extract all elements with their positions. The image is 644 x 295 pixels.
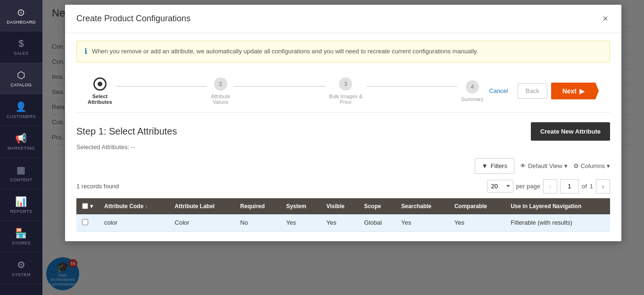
row-attr-code: color bbox=[99, 214, 169, 232]
create-new-attribute-button[interactable]: Create New Attribute bbox=[531, 122, 610, 141]
row-layered-nav: Filterable (with results) bbox=[505, 214, 610, 232]
dashboard-icon: ⊙ bbox=[17, 7, 25, 18]
sidebar-item-sales[interactable]: $ SALES bbox=[0, 32, 42, 63]
sidebar: ⊙ DASHBOARD $ SALES ⬡ CATALOG 👤 CUSTOMER… bbox=[0, 0, 42, 295]
table-header-required: Required bbox=[235, 198, 281, 214]
wizard: SelectAttributes 2 AttributeValues 3 Bul bbox=[76, 70, 610, 113]
sidebar-label-system: SYSTEM bbox=[12, 272, 31, 277]
modal-body: ℹ When you remove or add an attribute, w… bbox=[65, 33, 621, 241]
columns-label: Columns bbox=[581, 162, 605, 169]
columns-chevron-icon: ▾ bbox=[607, 162, 610, 169]
modal-title: Create Product Configurations bbox=[76, 14, 190, 24]
filters-button[interactable]: ▼ Filters bbox=[475, 158, 514, 174]
sales-icon: $ bbox=[18, 38, 24, 49]
page-total: 1 bbox=[590, 183, 593, 190]
step-circle-2: 2 bbox=[214, 77, 227, 91]
system-icon: ⚙ bbox=[17, 259, 26, 270]
step-connector-3 bbox=[366, 86, 457, 87]
row-required: No bbox=[235, 214, 281, 232]
columns-gear-icon: ⚙ bbox=[573, 162, 579, 169]
sidebar-item-content[interactable]: ▦ CONTENT bbox=[0, 158, 42, 189]
modal-close-button[interactable]: × bbox=[601, 13, 610, 24]
row-scope: Global bbox=[358, 214, 396, 232]
sidebar-label-sales: SALES bbox=[14, 51, 29, 56]
info-icon: ℹ bbox=[84, 47, 87, 56]
table-header-visible: Visible bbox=[321, 198, 358, 214]
catalog-icon: ⬡ bbox=[17, 69, 25, 81]
info-banner: ℹ When you remove or add an attribute, w… bbox=[76, 41, 610, 62]
eye-icon: 👁 bbox=[520, 162, 526, 169]
step-label-1: SelectAttributes bbox=[88, 93, 112, 105]
row-attr-label: Color bbox=[169, 214, 235, 232]
stores-icon: 🏪 bbox=[15, 228, 27, 239]
per-page-select[interactable]: 20 50 100 bbox=[487, 180, 513, 193]
table-header-layered-nav: Use in Layered Navigation bbox=[505, 198, 610, 214]
row-comparable: Yes bbox=[449, 214, 505, 232]
page-input[interactable] bbox=[560, 179, 579, 194]
sidebar-label-reports: REPORTS bbox=[10, 209, 33, 214]
sidebar-label-marketing: MARKETING bbox=[8, 146, 35, 151]
modal-header: Create Product Configurations × bbox=[65, 5, 621, 33]
next-label: Next bbox=[562, 87, 577, 95]
view-label: Default View bbox=[528, 162, 562, 169]
wizard-step-4: 4 Summary bbox=[461, 80, 483, 102]
wizard-step-3: 3 Bulk Images &Price bbox=[329, 77, 363, 105]
filter-icon: ▼ bbox=[482, 162, 488, 169]
table-header-system: System bbox=[281, 198, 321, 214]
sidebar-label-dashboard: DASHBOARD bbox=[7, 20, 36, 25]
table-header-attr-code: Attribute Code ↓ bbox=[99, 198, 169, 214]
sort-icon[interactable]: ↓ bbox=[145, 203, 148, 209]
row-system: Yes bbox=[281, 214, 321, 232]
sidebar-item-reports[interactable]: 📊 REPORTS bbox=[0, 189, 42, 221]
marketing-icon: 📢 bbox=[15, 133, 27, 144]
records-count: 1 records found bbox=[76, 183, 119, 190]
step-label-4: Summary bbox=[461, 96, 483, 102]
step-circle-1 bbox=[93, 77, 107, 91]
step-connector-1 bbox=[116, 86, 207, 87]
main-content: New Product Con... for... Con... Ima... … bbox=[42, 0, 644, 295]
checkbox-dropdown-icon[interactable]: ▾ bbox=[90, 203, 93, 210]
row-visible: Yes bbox=[321, 214, 358, 232]
sidebar-label-stores: STORES bbox=[12, 241, 31, 245]
wizard-actions: Cancel Back Next ▶ bbox=[483, 83, 599, 100]
customers-icon: 👤 bbox=[15, 101, 27, 112]
sidebar-item-stores[interactable]: 🏪 STORES bbox=[0, 221, 42, 253]
filters-label: Filters bbox=[491, 162, 507, 169]
sidebar-label-customers: CUSTOMERS bbox=[7, 114, 36, 119]
sidebar-label-catalog: CATALOG bbox=[10, 83, 32, 87]
modal: Create Product Configurations × ℹ When y… bbox=[65, 5, 621, 241]
wizard-step-2: 2 AttributeValues bbox=[211, 77, 230, 105]
step-title: Step 1: Select Attributes bbox=[76, 126, 177, 137]
select-all-checkbox[interactable] bbox=[82, 203, 88, 209]
table-header-attr-label: Attribute Label bbox=[169, 198, 235, 214]
row-checkbox[interactable] bbox=[82, 219, 88, 225]
default-view-button[interactable]: 👁 Default View ▾ bbox=[520, 162, 568, 169]
row-checkbox-cell bbox=[76, 214, 99, 232]
back-button[interactable]: Back bbox=[518, 83, 547, 99]
columns-button[interactable]: ⚙ Columns ▾ bbox=[573, 162, 610, 169]
cancel-button[interactable]: Cancel bbox=[483, 84, 513, 98]
sidebar-item-dashboard[interactable]: ⊙ DASHBOARD bbox=[0, 0, 42, 32]
page-next-button[interactable]: › bbox=[596, 179, 610, 194]
pagination-controls: 20 50 100 per page ‹ of 1 › bbox=[487, 179, 610, 194]
step-header: Step 1: Select Attributes Create New Att… bbox=[76, 122, 610, 141]
content-icon: ▦ bbox=[17, 164, 26, 176]
step-label-2: AttributeValues bbox=[211, 93, 230, 105]
page-prev-button[interactable]: ‹ bbox=[543, 179, 557, 194]
attributes-table: ▾ Attribute Code ↓ Attribute Label bbox=[76, 198, 610, 232]
table-header-comparable: Comparable bbox=[449, 198, 505, 214]
step-connector-2 bbox=[234, 86, 325, 87]
row-searchable: Yes bbox=[396, 214, 449, 232]
view-chevron-icon: ▾ bbox=[564, 162, 568, 169]
sidebar-item-catalog[interactable]: ⬡ CATALOG bbox=[0, 63, 42, 94]
reports-icon: 📊 bbox=[15, 196, 27, 207]
page-of-label: of bbox=[582, 183, 587, 190]
sidebar-item-system[interactable]: ⚙ SYSTEM bbox=[0, 253, 42, 284]
sidebar-label-content: CONTENT bbox=[10, 177, 33, 182]
pagination-row: 1 records found 20 50 100 per page ‹ of bbox=[76, 179, 610, 194]
content-area: Step 1: Select Attributes Create New Att… bbox=[65, 113, 621, 241]
step-circle-3: 3 bbox=[339, 77, 352, 91]
sidebar-item-marketing[interactable]: 📢 MARKETING bbox=[0, 126, 42, 158]
next-button[interactable]: Next ▶ bbox=[551, 83, 599, 100]
sidebar-item-customers[interactable]: 👤 CUSTOMERS bbox=[0, 94, 42, 126]
